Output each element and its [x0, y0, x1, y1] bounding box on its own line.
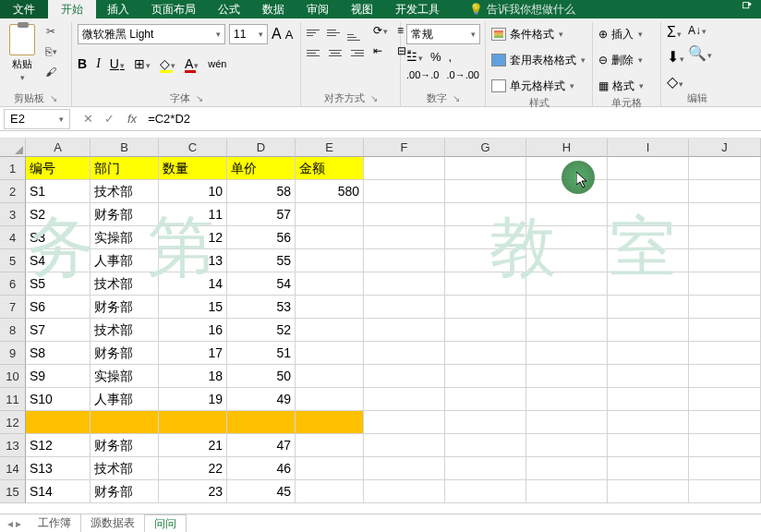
- cell[interactable]: 21: [159, 434, 227, 457]
- search-icon[interactable]: [741, 0, 754, 13]
- cell[interactable]: [445, 319, 526, 342]
- cell[interactable]: [364, 342, 445, 365]
- cell[interactable]: 47: [227, 434, 296, 457]
- shrink-font-button[interactable]: A: [285, 28, 294, 42]
- format-cells-button[interactable]: ▦格式▾: [598, 76, 655, 96]
- find-select-button[interactable]: 🔍▾: [688, 44, 712, 62]
- row-header[interactable]: 7: [0, 296, 26, 319]
- cell[interactable]: [689, 249, 761, 272]
- cell[interactable]: [526, 411, 608, 434]
- cell[interactable]: [364, 319, 445, 342]
- enter-formula-button[interactable]: ✓: [104, 112, 115, 126]
- cell[interactable]: [445, 296, 526, 319]
- tab-insert[interactable]: 插入: [96, 0, 140, 18]
- cell[interactable]: [526, 319, 608, 342]
- cell[interactable]: [526, 388, 608, 411]
- cell[interactable]: 58: [227, 180, 296, 203]
- cell[interactable]: 52: [227, 319, 296, 342]
- cell[interactable]: S10: [26, 388, 91, 411]
- cell[interactable]: [364, 365, 445, 388]
- sort-filter-button[interactable]: A↓▾: [688, 24, 712, 37]
- cell[interactable]: [445, 249, 526, 272]
- copy-button[interactable]: ⎘▾: [42, 44, 59, 59]
- cell[interactable]: [526, 226, 608, 249]
- cell[interactable]: [689, 296, 761, 319]
- cell[interactable]: 11: [159, 203, 227, 226]
- cell[interactable]: 人事部: [91, 388, 159, 411]
- cell[interactable]: [608, 272, 689, 296]
- cell[interactable]: [526, 365, 608, 388]
- cell[interactable]: [296, 365, 364, 388]
- cell[interactable]: [608, 411, 689, 434]
- select-all-corner[interactable]: [0, 139, 26, 157]
- cell[interactable]: 57: [227, 203, 296, 226]
- cell[interactable]: 实操部: [91, 365, 159, 388]
- cell[interactable]: 技术部: [91, 272, 159, 296]
- cell[interactable]: 46: [227, 457, 296, 480]
- cell[interactable]: [364, 388, 445, 411]
- cell[interactable]: [608, 296, 689, 319]
- cell[interactable]: 10: [159, 180, 227, 203]
- increase-decimal-button[interactable]: .00→.0: [406, 69, 439, 80]
- cell[interactable]: 56: [227, 226, 296, 249]
- delete-cells-button[interactable]: ⊖删除▾: [598, 50, 655, 70]
- cell[interactable]: [608, 342, 689, 365]
- cell[interactable]: 23: [159, 480, 227, 503]
- cell[interactable]: 17: [159, 342, 227, 365]
- align-middle-button[interactable]: [327, 24, 344, 41]
- cell[interactable]: [608, 157, 689, 180]
- col-header-B[interactable]: B: [91, 139, 159, 157]
- tab-home[interactable]: 开始: [48, 0, 96, 18]
- font-color-button[interactable]: A▾: [185, 56, 199, 71]
- row-header[interactable]: 10: [0, 365, 26, 388]
- col-header-F[interactable]: F: [364, 139, 445, 157]
- cell[interactable]: [296, 226, 364, 249]
- cell[interactable]: [526, 180, 608, 203]
- sheet-nav[interactable]: ◂ ▸: [0, 517, 29, 530]
- cell[interactable]: [91, 411, 159, 434]
- decrease-decimal-button[interactable]: .0→.00: [446, 69, 478, 80]
- cell[interactable]: [227, 411, 296, 434]
- cell[interactable]: [526, 296, 608, 319]
- cell[interactable]: [364, 457, 445, 480]
- cell[interactable]: [608, 203, 689, 226]
- cell[interactable]: [608, 180, 689, 203]
- cell[interactable]: 18: [159, 365, 227, 388]
- col-header-D[interactable]: D: [227, 139, 296, 157]
- cell[interactable]: 12: [159, 226, 227, 249]
- cell[interactable]: [608, 388, 689, 411]
- cell[interactable]: 人事部: [91, 249, 159, 272]
- cell[interactable]: 财务部: [91, 296, 159, 319]
- row-header[interactable]: 11: [0, 388, 26, 411]
- sheet-tab[interactable]: 源数据表: [81, 514, 145, 532]
- cell[interactable]: [689, 226, 761, 249]
- cell[interactable]: [296, 388, 364, 411]
- cell[interactable]: [445, 157, 526, 180]
- cell[interactable]: [364, 249, 445, 272]
- cell[interactable]: [689, 480, 761, 503]
- cell[interactable]: 16: [159, 319, 227, 342]
- cell[interactable]: [526, 342, 608, 365]
- row-header[interactable]: 9: [0, 342, 26, 365]
- cell[interactable]: [445, 342, 526, 365]
- dialog-launcher-icon[interactable]: ↘: [196, 93, 203, 103]
- cell[interactable]: 22: [159, 457, 227, 480]
- cell[interactable]: [364, 180, 445, 203]
- insert-cells-button[interactable]: ⊕插入▾: [598, 24, 655, 44]
- row-header[interactable]: 6: [0, 272, 26, 296]
- col-header-E[interactable]: E: [296, 139, 364, 157]
- cell[interactable]: 实操部: [91, 226, 159, 249]
- cell[interactable]: [689, 272, 761, 296]
- cell[interactable]: S4: [26, 249, 91, 272]
- cell[interactable]: [608, 365, 689, 388]
- cell[interactable]: 50: [227, 365, 296, 388]
- cell[interactable]: 54: [227, 272, 296, 296]
- cell[interactable]: 单价: [227, 157, 296, 180]
- comma-button[interactable]: ,: [449, 50, 453, 64]
- cell[interactable]: [296, 249, 364, 272]
- cell[interactable]: [689, 457, 761, 480]
- tab-layout[interactable]: 页面布局: [140, 0, 207, 18]
- row-header[interactable]: 12: [0, 411, 26, 434]
- sheet-tab-active[interactable]: 问问: [145, 514, 187, 532]
- fill-button[interactable]: ⬇▾: [667, 48, 684, 66]
